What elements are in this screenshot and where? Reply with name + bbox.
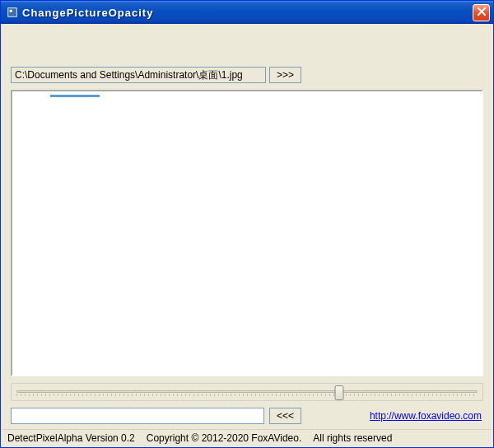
close-button[interactable]	[473, 4, 490, 21]
status-rights: All rights reserved	[313, 432, 392, 444]
opacity-slider-container	[11, 383, 483, 401]
preview-mark	[50, 95, 100, 97]
svg-point-1	[10, 10, 13, 13]
process-button[interactable]: <<<	[269, 408, 301, 424]
image-preview	[11, 90, 483, 376]
client-area: C:\Documents and Settings\Administrator\…	[1, 24, 493, 447]
input-path-display: C:\Documents and Settings\Administrator\…	[11, 67, 266, 83]
opacity-slider[interactable]	[16, 387, 478, 397]
main-panel: C:\Documents and Settings\Administrator\…	[11, 67, 483, 429]
window-title: ChangePictureOpacity	[22, 7, 473, 19]
slider-thumb[interactable]	[335, 385, 344, 400]
app-icon	[6, 6, 19, 19]
statusbar: DetectPixelAlpha Version 0.2 Copyright ©…	[2, 429, 492, 446]
app-window: ChangePictureOpacity C:\Documents and Se…	[0, 0, 494, 448]
titlebar[interactable]: ChangePictureOpacity	[1, 1, 493, 24]
top-spacer	[2, 26, 492, 67]
input-path-row: C:\Documents and Settings\Administrator\…	[11, 67, 483, 83]
status-version: DetectPixelAlpha Version 0.2	[7, 432, 135, 444]
svg-rect-0	[8, 8, 17, 17]
output-row: <<< http://www.foxavideo.com	[11, 408, 483, 424]
output-path-input[interactable]	[11, 408, 264, 424]
browse-button[interactable]: >>>	[269, 67, 301, 83]
website-link[interactable]: http://www.foxavideo.com	[370, 410, 483, 422]
close-icon	[477, 7, 487, 18]
slider-track-line	[16, 390, 478, 393]
status-copyright: Copyright © 2012-2020 FoxAVideo.	[147, 432, 302, 444]
